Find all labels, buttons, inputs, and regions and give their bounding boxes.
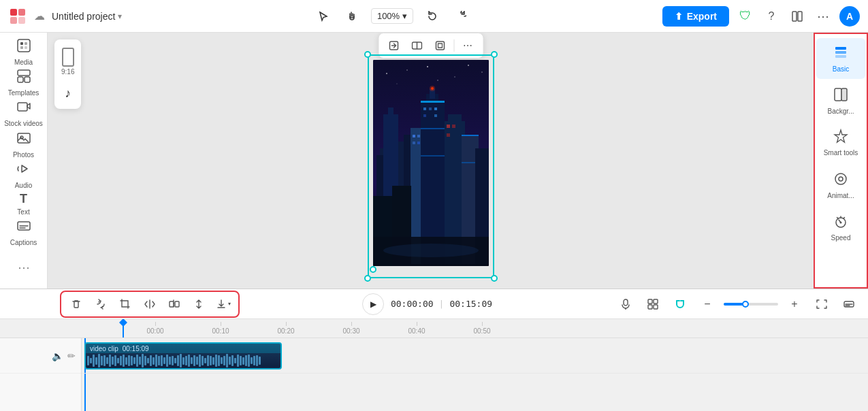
svg-rect-10 [25, 46, 27, 49]
project-name-button[interactable]: Untitled project ▾ [52, 11, 122, 22]
sidebar-item-captions[interactable]: Captions [3, 218, 44, 246]
more-options-button[interactable]: ⋯ [814, 7, 833, 26]
undo-button[interactable] [423, 7, 442, 26]
svg-point-71 [430, 86, 435, 91]
clip-duration: 00:15:09 [123, 345, 149, 352]
svg-point-25 [427, 66, 428, 67]
timeline-snap-button[interactable] [669, 293, 691, 315]
canvas-fit-button[interactable] [430, 36, 449, 55]
canvas-handle-bottom-right[interactable] [491, 275, 498, 282]
sidebar-item-media[interactable]: Media [3, 38, 44, 66]
smart-tools-label: Smart tools [824, 149, 858, 157]
svg-rect-85 [654, 299, 658, 303]
canvas-handle-bottom-center[interactable] [370, 266, 376, 273]
svg-rect-86 [648, 305, 652, 309]
format-9-16-label: 9:16 [61, 68, 74, 76]
right-panel-speed[interactable]: Speed [816, 207, 865, 248]
export-button[interactable]: ⬆ Export [662, 6, 729, 27]
svg-point-29 [396, 83, 397, 84]
svg-rect-13 [25, 77, 30, 82]
media-label: Media [14, 59, 33, 66]
sidebar-item-stock-videos[interactable]: Stock videos [3, 99, 44, 128]
animate-label: Animat... [827, 192, 854, 199]
select-tool-button[interactable] [314, 7, 333, 26]
svg-point-77 [835, 174, 846, 184]
basic-label: Basic [833, 65, 849, 73]
canvas-video-frame [373, 60, 489, 266]
right-panel-smart-tools[interactable]: Smart tools [816, 122, 865, 163]
hand-tool-button[interactable] [342, 7, 361, 26]
format-tiktok-button[interactable]: ♪ [62, 84, 74, 103]
timeline-flip-button[interactable] [139, 293, 161, 315]
svg-rect-51 [421, 155, 445, 157]
svg-rect-8 [25, 42, 27, 45]
svg-rect-12 [18, 77, 23, 82]
canvas-handle-top-left[interactable] [364, 51, 371, 58]
svg-rect-83 [624, 299, 628, 306]
video-clip-block[interactable]: video clip 00:15:09 [84, 342, 282, 369]
svg-point-24 [406, 69, 408, 71]
sidebar-item-more[interactable]: ⋯ [3, 249, 44, 286]
ruler-mark-4: 00:40 [384, 322, 449, 335]
svg-point-26 [454, 76, 455, 78]
sidebar-item-photos[interactable]: Photos [3, 131, 44, 159]
timecode-divider: | [439, 299, 445, 309]
timeline-split-button[interactable] [163, 293, 185, 315]
sidebar-item-text[interactable]: T Text [3, 192, 44, 216]
format-panel: 9:16 ♪ [54, 39, 81, 109]
timeline-zoom-slider[interactable] [724, 303, 778, 306]
speed-icon [833, 214, 848, 232]
sidebar-item-templates[interactable]: Templates [3, 69, 44, 97]
timeline-fullscreen-button[interactable] [811, 293, 833, 315]
canvas-handle-top-right[interactable] [491, 51, 498, 58]
track-volume-icon[interactable]: 🔈 [52, 350, 63, 361]
svg-rect-6 [18, 39, 30, 52]
svg-rect-5 [798, 12, 802, 21]
play-icon: ▶ [370, 299, 376, 309]
animate-icon [833, 171, 848, 190]
redo-button[interactable] [451, 7, 470, 26]
zoom-selector[interactable]: 100% ▾ [371, 8, 413, 24]
timeline-caption-view-button[interactable] [838, 293, 860, 315]
format-tiktok-icon: ♪ [65, 86, 71, 101]
right-panel-animate[interactable]: Animat... [816, 165, 865, 206]
timeline-download-button[interactable]: ▾ [212, 293, 234, 315]
right-panel-basic[interactable]: Basic [816, 38, 865, 79]
timeline-scenes-button[interactable] [642, 293, 664, 315]
panels-icon[interactable] [788, 7, 807, 26]
format-9-16-button[interactable]: 9:16 [59, 45, 77, 78]
canvas-replace-button[interactable] [384, 36, 403, 55]
timeline-zoom-out-button[interactable]: − [696, 293, 718, 315]
svg-rect-4 [792, 12, 797, 21]
timeline-loop-button[interactable] [90, 293, 112, 315]
timeline-zoom-in-button[interactable]: + [784, 293, 805, 315]
left-sidebar: Media Templates Stock videos [0, 33, 48, 289]
canvas-handle-bottom-left[interactable] [364, 275, 371, 282]
svg-rect-64 [452, 125, 455, 128]
text-label: Text [17, 208, 29, 216]
timeline-mic-button[interactable] [615, 293, 637, 315]
shield-icon: 🛡 [736, 7, 755, 26]
canvas-more-button[interactable]: ⋯ [458, 36, 477, 55]
track-edit-icon[interactable]: ✏ [67, 350, 76, 361]
right-panel-background[interactable]: Backgr... [816, 80, 865, 121]
export-label: Export [687, 11, 717, 22]
svg-rect-55 [423, 114, 426, 117]
timeline-delete-button[interactable] [65, 293, 87, 315]
svg-rect-72 [835, 47, 846, 50]
canvas-split-button[interactable] [407, 36, 426, 55]
sidebar-item-audio[interactable]: Audio [3, 161, 44, 189]
timeline-trim-button[interactable] [188, 293, 210, 315]
play-pause-button[interactable]: ▶ [362, 293, 384, 315]
user-avatar[interactable]: A [839, 6, 860, 27]
svg-rect-3 [18, 17, 25, 24]
svg-rect-21 [436, 42, 444, 50]
timecode-display: 00:00:00 | 00:15:09 [391, 299, 492, 309]
canvas-frame-wrapper: ⋯ [373, 60, 489, 273]
svg-rect-50 [421, 128, 445, 129]
media-icon [16, 38, 31, 56]
svg-rect-65 [447, 133, 450, 137]
help-icon[interactable]: ? [762, 7, 781, 26]
timeline-crop-button[interactable] [114, 293, 136, 315]
svg-rect-1 [18, 9, 25, 16]
